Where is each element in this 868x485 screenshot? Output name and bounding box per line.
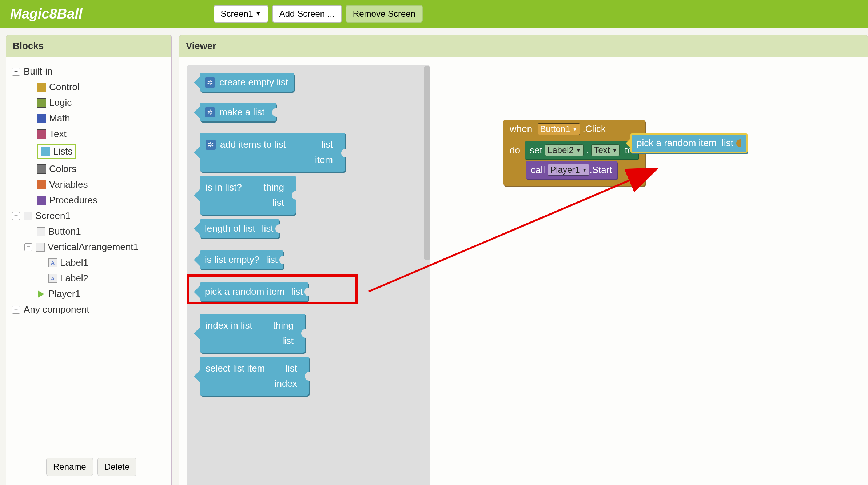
dropdown-label: Button1 — [540, 124, 570, 134]
block-arg: list — [272, 195, 284, 211]
event-name: .Click — [582, 123, 606, 134]
collapse-icon[interactable]: − — [12, 68, 20, 76]
remove-screen-button[interactable]: Remove Screen — [346, 5, 423, 23]
block-arg: list — [321, 137, 333, 152]
tree-category-lists[interactable]: Lists — [11, 142, 167, 161]
layout-icon — [36, 243, 45, 252]
block-add-items-to-list[interactable]: ✲add items to listlist item — [200, 133, 345, 172]
lists-swatch-icon — [41, 147, 50, 156]
tree-label: Label1 — [60, 257, 88, 268]
call-method-block[interactable]: call Player1▼ .Start — [526, 161, 617, 179]
text-swatch-icon — [37, 129, 46, 139]
caret-down-icon: ▼ — [576, 147, 581, 153]
tree-label: Built-in — [24, 66, 52, 77]
tree-label: Procedures — [49, 195, 97, 206]
tree-category-variables[interactable]: Variables — [11, 177, 167, 192]
viewer-panel: Viewer ✲ create empty list ✲ make a list… — [179, 35, 868, 485]
tree-built-in[interactable]: − Built-in — [11, 64, 167, 79]
tree-label: Any component — [24, 304, 89, 315]
tree-label: Button1 — [48, 226, 81, 237]
property-dropdown[interactable]: Text▼ — [591, 144, 620, 156]
tree-screen1[interactable]: − Screen1 — [11, 208, 167, 224]
procedures-swatch-icon — [37, 196, 46, 205]
do-keyword: do — [510, 145, 525, 156]
set-keyword: set — [530, 145, 542, 156]
block-select-list-item[interactable]: select list itemlist index — [200, 357, 309, 396]
tree-label: Text — [49, 128, 67, 140]
tree-label: Logic — [49, 97, 72, 108]
screen-dropdown-label: Screen1 — [221, 9, 253, 19]
caret-down-icon: ▼ — [612, 147, 617, 153]
component-dropdown[interactable]: Button1▼ — [538, 123, 580, 135]
gear-icon: ✲ — [205, 77, 215, 88]
block-make-a-list[interactable]: ✲ make a list — [200, 103, 276, 121]
collapse-icon[interactable]: − — [24, 243, 32, 251]
set-property-block[interactable]: set Label2▼ . Text▼ to — [525, 141, 638, 159]
when-button-click-block[interactable]: when Button1▼ .Click do set Label2▼ . Te… — [503, 120, 645, 186]
block-label: length of list — [205, 223, 255, 234]
caret-down-icon: ▼ — [572, 126, 577, 132]
math-swatch-icon — [37, 114, 46, 123]
add-screen-button[interactable]: Add Screen ... — [272, 5, 342, 23]
button-icon — [37, 227, 45, 236]
play-icon — [37, 290, 45, 298]
component-dropdown[interactable]: Player1▼ — [548, 164, 589, 176]
blocks-panel: Blocks − Built-in Control Logic Math Tex… — [6, 35, 172, 485]
tree-player1[interactable]: Player1 — [11, 286, 167, 302]
tree-button1[interactable]: Button1 — [11, 224, 167, 239]
tree-category-control[interactable]: Control — [11, 79, 167, 95]
label-icon: A — [48, 258, 57, 267]
block-arg: list — [286, 361, 297, 376]
caret-down-icon: ▼ — [582, 167, 587, 173]
block-label: pick a random item — [637, 137, 717, 149]
control-swatch-icon — [37, 83, 46, 92]
gear-icon: ✲ — [205, 107, 215, 117]
tree-vertical-arrangement1[interactable]: −VerticalArrangement1 — [11, 239, 167, 255]
block-arg: item — [315, 152, 333, 168]
tree-category-colors[interactable]: Colors — [11, 161, 167, 177]
viewer-body: ✲ create empty list ✲ make a list ✲add i… — [179, 57, 868, 485]
screen-icon — [24, 212, 32, 220]
label-icon: A — [48, 274, 57, 283]
when-keyword: when — [510, 123, 532, 134]
block-is-in-list[interactable]: is in list?thing list — [200, 176, 296, 215]
block-arg: thing — [273, 318, 294, 333]
gear-icon: ✲ — [206, 140, 216, 150]
rename-button[interactable]: Rename — [46, 458, 93, 476]
blocks-panel-header: Blocks — [6, 35, 172, 57]
dropdown-label: Player1 — [550, 165, 580, 175]
block-arg: index — [275, 376, 297, 392]
tree-label: Label2 — [60, 273, 88, 284]
tree-label1[interactable]: ALabel1 — [11, 255, 167, 270]
caret-down-icon: ▼ — [255, 11, 261, 17]
tree-label: Screen1 — [35, 210, 71, 221]
expand-icon[interactable]: + — [12, 306, 20, 314]
top-toolbar: Magic8Ball Screen1 ▼ Add Screen ... Remo… — [0, 0, 868, 28]
delete-button[interactable]: Delete — [97, 458, 136, 476]
block-label: make a list — [219, 107, 264, 118]
colors-swatch-icon — [37, 164, 46, 174]
screen-dropdown[interactable]: Screen1 ▼ — [214, 5, 268, 23]
pick-random-item-block[interactable]: pick a random item list — [630, 133, 748, 153]
tree-category-logic[interactable]: Logic — [11, 95, 167, 111]
block-length-of-list[interactable]: length of list list — [200, 219, 279, 238]
method-name: .Start — [589, 164, 612, 176]
tree-label: Math — [49, 113, 70, 124]
block-create-empty-list[interactable]: ✲ create empty list — [200, 73, 294, 92]
component-dropdown[interactable]: Label2▼ — [545, 144, 584, 156]
tree-category-text[interactable]: Text — [11, 126, 167, 142]
block-is-list-empty[interactable]: is list empty? list — [200, 250, 283, 269]
logic-swatch-icon — [37, 98, 46, 108]
dot: . — [586, 145, 589, 156]
tree-any-component[interactable]: + Any component — [11, 302, 167, 317]
tree-label: Variables — [49, 179, 88, 190]
block-label: add items to list — [220, 137, 286, 152]
scrollbar-thumb[interactable] — [424, 66, 430, 260]
tree-category-math[interactable]: Math — [11, 111, 167, 126]
tree-label: Control — [49, 81, 80, 93]
collapse-icon[interactable]: − — [12, 212, 20, 220]
block-index-in-list[interactable]: index in listthing list — [200, 314, 305, 353]
blocks-tree: − Built-in Control Logic Math Text Lists… — [6, 57, 172, 485]
tree-label2[interactable]: ALabel2 — [11, 270, 167, 286]
tree-category-procedures[interactable]: Procedures — [11, 192, 167, 208]
